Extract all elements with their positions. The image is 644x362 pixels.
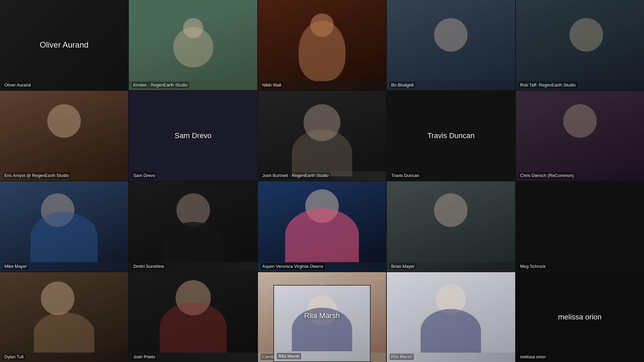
face-kirsten bbox=[129, 0, 257, 81]
tile-brian-mayer: Brian Mayer bbox=[387, 181, 515, 272]
name-label-rob: Rob Taff- RegenEarth Studio bbox=[519, 82, 578, 88]
featured-tile: Rita Marsh Rita Marsh bbox=[273, 285, 371, 362]
name-label-mike: Mike Mayer bbox=[3, 263, 29, 269]
name-label-rita-sm: Rita Marsh bbox=[389, 354, 414, 360]
name-label-sam: Sam Drevo bbox=[131, 172, 157, 179]
name-label-chris: Chris Giersch (ReCommon) bbox=[519, 172, 576, 179]
tile-dmitri-sunshine: Dmitri Sunshine bbox=[129, 181, 257, 272]
featured-center-label: Rita Marsh bbox=[304, 311, 340, 320]
tile-dylan-tull: Dylan Tull bbox=[0, 272, 128, 362]
name-label-brian: Brian Mayer bbox=[389, 263, 416, 269]
video-call-container: Oliver Aurand Oliver Aurand Kirsten - Re… bbox=[0, 0, 644, 362]
name-label-josh-p: Josh Prieto bbox=[131, 354, 157, 360]
tile-rob-taff: Rob Taff- RegenEarth Studio bbox=[516, 0, 644, 90]
face-rob bbox=[516, 0, 644, 81]
face-josh-b bbox=[258, 91, 386, 172]
center-label-sam: Sam Drevo bbox=[175, 131, 212, 140]
tile-bo-blodgett: Bo Blodgett bbox=[387, 0, 515, 90]
face-rita-sm bbox=[387, 272, 515, 353]
face-chris bbox=[516, 91, 644, 172]
name-label-travis: Travis Duncan bbox=[389, 172, 421, 179]
name-label-dmitri: Dmitri Sunshine bbox=[131, 263, 166, 269]
face-mike bbox=[0, 181, 128, 262]
tile-nikki-wall: Nikki Wall bbox=[258, 0, 386, 90]
face-bo bbox=[387, 0, 515, 81]
face-dylan bbox=[0, 272, 128, 353]
face-dmitri bbox=[129, 181, 257, 262]
face-brian bbox=[387, 181, 515, 262]
tile-josh-prieto: Josh Prieto bbox=[129, 272, 257, 362]
tile-oliver-aurand: Oliver Aurand Oliver Aurand bbox=[0, 0, 128, 90]
name-label-kirsten: Kirsten - RegenEarth Studio bbox=[131, 82, 189, 88]
featured-name-label: Rita Marsh bbox=[277, 353, 301, 359]
tile-chris-giersch: Chris Giersch (ReCommon) bbox=[516, 91, 644, 181]
tile-melissa-orion: melissa orion melissa orion bbox=[516, 272, 644, 362]
tile-travis-duncan: Travis Duncan Travis Duncan bbox=[387, 91, 515, 181]
name-label-eric: Eric Amyot @ RegenEarth Studio bbox=[3, 172, 70, 179]
center-label-oliver: Oliver Aurand bbox=[40, 40, 88, 50]
name-label-aspen: Aspen Veronica Virginia Owens bbox=[261, 263, 325, 269]
name-label-meg: Meg Schrock bbox=[519, 263, 547, 269]
tile-josh-burtnett: Josh Burtnett - RegenEarth Studio bbox=[258, 91, 386, 181]
tile-aspen-owens: Aspen Veronica Virginia Owens bbox=[258, 181, 386, 272]
name-label-nikki: Nikki Wall bbox=[261, 82, 283, 88]
center-label-melissa: melissa orion bbox=[558, 313, 602, 321]
name-label-dylan: Dylan Tull bbox=[3, 354, 25, 360]
tile-sam-drevo: Sam Drevo Sam Drevo bbox=[129, 91, 257, 181]
center-label-travis: Travis Duncan bbox=[427, 131, 475, 140]
name-label-oliver: Oliver Aurand bbox=[3, 82, 33, 88]
name-label-josh-b: Josh Burtnett - RegenEarth Studio bbox=[261, 172, 330, 179]
face-josh-p bbox=[129, 272, 257, 353]
tile-mike-mayer: Mike Mayer bbox=[0, 181, 128, 272]
name-label-bo: Bo Blodgett bbox=[389, 82, 415, 88]
face-nikki bbox=[258, 0, 386, 81]
name-label-melissa: melissa orion bbox=[519, 354, 548, 360]
tile-eric-amyot: Eric Amyot @ RegenEarth Studio bbox=[0, 91, 128, 181]
face-eric bbox=[0, 91, 128, 172]
tile-kirsten: Kirsten - RegenEarth Studio bbox=[129, 0, 257, 90]
tile-rita-marsh-sm: Rita Marsh bbox=[387, 272, 515, 362]
tile-meg-schrock: Meg Schrock bbox=[516, 181, 644, 272]
face-aspen bbox=[258, 181, 386, 262]
